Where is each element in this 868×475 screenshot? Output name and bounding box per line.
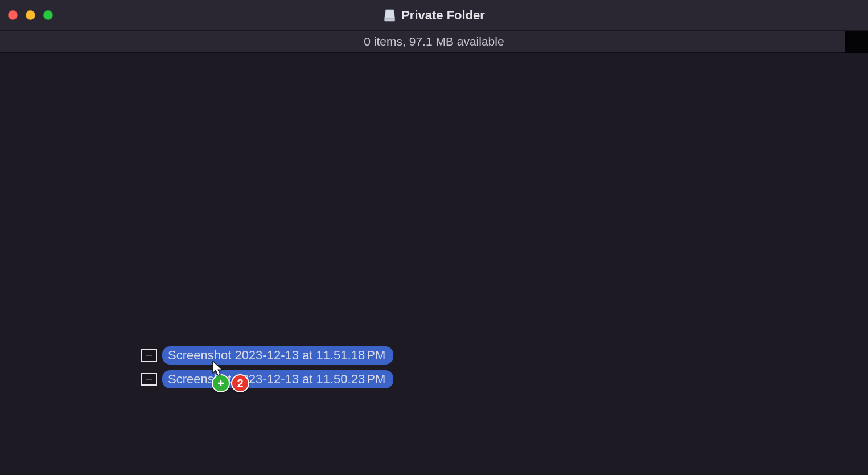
svg-rect-0 xyxy=(384,19,394,21)
file-thumbnail-icon xyxy=(141,349,157,362)
close-button[interactable] xyxy=(8,10,18,20)
status-bar: 0 items, 97.1 MB available xyxy=(0,31,868,53)
drag-ghost: Screenshot 2023-12-13 at 11.51.18 PM Scr… xyxy=(141,346,393,388)
item-count-badge: 2 xyxy=(231,374,249,392)
file-thumbnail-icon xyxy=(141,373,157,386)
drag-file-label: Screenshot 2023-12-13 at 11.51.18 PM xyxy=(162,346,393,365)
window-title: Private Folder xyxy=(401,8,485,23)
minimize-button[interactable] xyxy=(26,10,35,20)
disk-icon xyxy=(383,9,396,22)
status-text: 0 items, 97.1 MB available xyxy=(364,35,504,48)
title-center: Private Folder xyxy=(383,8,485,23)
drag-file-row: Screenshot 2023-12-13 at 11.51.18 PM xyxy=(141,346,393,365)
drag-file-label: Screenshot 2023-12-13 at 11.50.23 PM xyxy=(162,370,393,388)
folder-content-area[interactable]: Screenshot 2023-12-13 at 11.51.18 PM Scr… xyxy=(0,53,868,475)
traffic-lights xyxy=(0,10,53,20)
drag-file-row: Screenshot 2023-12-13 at 11.50.23 PM xyxy=(141,370,393,388)
window-titlebar[interactable]: Private Folder xyxy=(0,0,868,31)
cursor-icon xyxy=(212,360,224,379)
maximize-button[interactable] xyxy=(43,10,53,20)
